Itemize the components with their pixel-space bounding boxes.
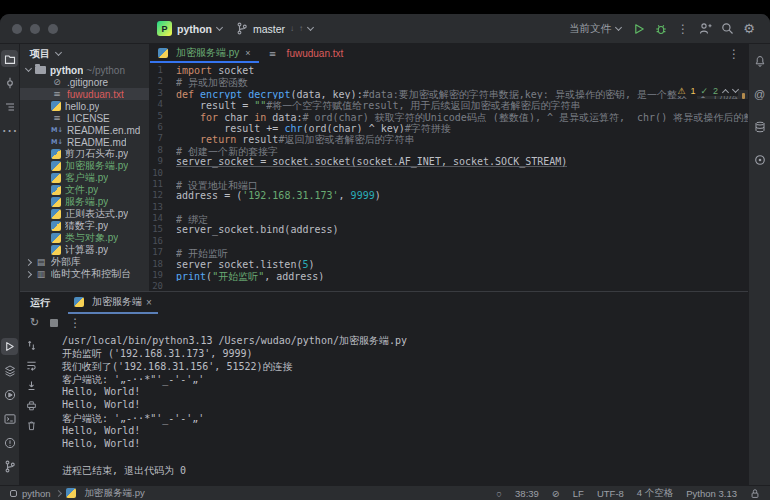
code-line[interactable]: 7 return result#返回加密或者解密后的字符串 [150,133,748,144]
close-icon[interactable]: × [245,48,250,58]
chevron-down-icon[interactable] [25,65,32,72]
console[interactable]: /usr/local/bin/python3.13 /Users/wudao/p… [20,331,748,485]
code-line[interactable]: 15server_socket.bind(address) [150,224,748,235]
run-tab[interactable]: 加密服务端 × [68,292,158,314]
code-line[interactable]: 19print("开始监听", address) [150,270,748,281]
project-tool-button[interactable] [1,50,18,67]
database-tool-button[interactable] [751,118,768,135]
search-everywhere-button[interactable] [716,18,738,40]
caret-position[interactable]: 38:39 [515,488,539,499]
soft-wrap-icon[interactable] [25,359,38,372]
tree-item[interactable]: hello.py [20,100,149,112]
scroll-arrows-icon[interactable] [25,339,38,352]
notifications-tool-button[interactable] [751,52,768,69]
scroll-to-end-icon[interactable] [25,379,38,392]
code-line[interactable]: 1import socket [150,65,748,76]
terminal-tool-button[interactable] [1,410,18,427]
python-console-tool-button[interactable] [1,386,18,403]
code-line[interactable]: 2# 异或加密函数 [150,76,748,87]
run-tool-button[interactable] [1,338,18,355]
code-line[interactable]: 6 result += chr(ord(char) ^ key)#字符拼接 [150,122,748,133]
tree-item[interactable]: python~/python [20,64,149,76]
file-encoding[interactable]: UTF-8 [597,488,624,499]
tree-item[interactable]: M↓README.md [20,136,149,148]
breadcrumb[interactable]: python 加密服务端.py [10,487,145,500]
clear-console-icon[interactable] [25,419,38,432]
next-problem-button[interactable] [732,86,739,93]
code-line[interactable]: 3def encrypt_decrypt(data, key):#data:要加… [150,88,748,99]
python-packages-tool-button[interactable] [751,151,768,168]
tree-item[interactable]: M↓README.en.md [20,124,149,136]
debug-button[interactable] [650,18,672,40]
code-line[interactable]: 10 [150,168,748,179]
console-options-button[interactable]: ⋮ [69,316,81,330]
stop-button[interactable] [50,319,58,327]
tree-item[interactable]: 服务端.py [20,196,149,208]
highlighting-level-icon[interactable]: ⊘ [552,488,560,499]
tree-item[interactable]: ≡fuwuduan.txt [20,88,149,100]
line-separator[interactable]: LF [573,488,584,499]
code-editor[interactable]: 1import socket2# 异或加密函数3def encrypt_decr… [150,63,748,291]
code-line[interactable]: 9server_socket = socket.socket(socket.AF… [150,156,748,167]
run-button[interactable] [628,18,650,40]
indent-setting[interactable]: 4 个空格 [637,487,673,500]
console-line: 客户端说: '„-··*"'_-'-'„' [62,373,748,386]
code-line[interactable]: 14# 绑定 [150,213,748,224]
version-control-tool-button[interactable] [1,458,18,475]
tree-item[interactable]: 客户端.py [20,172,149,184]
code-line[interactable]: 12address = ('192.168.31.173', 9999) [150,190,748,201]
tree-item[interactable]: ⊘.gitignore [20,76,149,88]
code-line[interactable]: 13 [150,202,748,213]
code-line[interactable]: 4 result = ""#将一个空字符赋值给result, 用于后续返回加密或… [150,99,748,110]
tree-item[interactable]: ≡LICENSE [20,112,149,124]
chevron-right-icon[interactable] [25,270,32,277]
project-selector[interactable]: P python [150,18,229,39]
tree-item[interactable]: ▥临时文件和控制台 [20,268,149,280]
close-window-button[interactable] [12,24,22,34]
more-actions-button[interactable]: ⋮ [672,18,694,40]
code-line[interactable]: 11# 设置地址和端口 [150,179,748,190]
lock-icon[interactable] [750,488,760,499]
tree-item[interactable]: ▤外部库 [20,256,149,268]
tab-fuwuduan[interactable]: ≡ fuwuduan.txt [259,44,352,63]
print-icon[interactable] [25,399,38,412]
structure-tool-button[interactable] [1,98,18,115]
ai-assistant-tool-button[interactable]: @ [751,85,768,102]
code-line[interactable]: 8# 创建一个新的套接字 [150,145,748,156]
tab-encrypt-server[interactable]: 加密服务端.py × [150,44,259,63]
more-tool-windows-button[interactable]: ⋯ [1,122,18,139]
sync-icon[interactable]: ○ [496,488,502,499]
commit-icon [4,77,16,89]
git-branch-widget[interactable]: master ↓ ↑ [229,19,320,38]
tree-item[interactable]: 猜数字.py [20,220,149,232]
code-line[interactable]: 5 for char in data:# ord(char) 获取字符的Unic… [150,111,748,122]
code-line[interactable]: 20 [150,281,748,291]
tree-item[interactable]: 正则表达式.py [20,208,149,220]
run-config-selector[interactable]: 当前文件 [562,19,628,39]
code-line[interactable]: 17# 开始监听 [150,247,748,258]
problems-tool-button[interactable] [1,434,18,451]
python-interpreter[interactable]: Python 3.13 [686,488,737,499]
tree-item[interactable]: 加密服务端.py [20,160,149,172]
file-label: 猜数字.py [65,220,108,232]
code-line[interactable]: 18server_socket.listen(5) [150,259,748,270]
incoming-commits-icon: ↓ [290,24,294,33]
settings-button[interactable]: ⚙ [738,18,760,40]
commit-tool-button[interactable] [1,74,18,91]
tree-item[interactable]: 文件.py [20,184,149,196]
zoom-window-button[interactable] [48,24,58,34]
tree-item[interactable]: 类与对象.py [20,232,149,244]
code-line[interactable]: 16 [150,236,748,247]
inspections-widget[interactable]: ⚠1 ✓2 [677,86,738,96]
project-panel-header[interactable]: 项目 [20,44,149,64]
prev-problem-button[interactable] [722,89,729,96]
code-with-me-button[interactable] [694,18,716,40]
minimize-window-button[interactable] [30,24,40,34]
tree-item[interactable]: 剪刀石头布.py [20,148,149,160]
chevron-right-icon[interactable] [25,258,32,265]
close-icon[interactable]: × [146,297,152,308]
services-tool-button[interactable] [1,362,18,379]
tab-options-button[interactable]: ⋮ [728,47,740,61]
rerun-button[interactable]: ↻ [30,316,39,329]
tree-item[interactable]: 计算器.py [20,244,149,256]
